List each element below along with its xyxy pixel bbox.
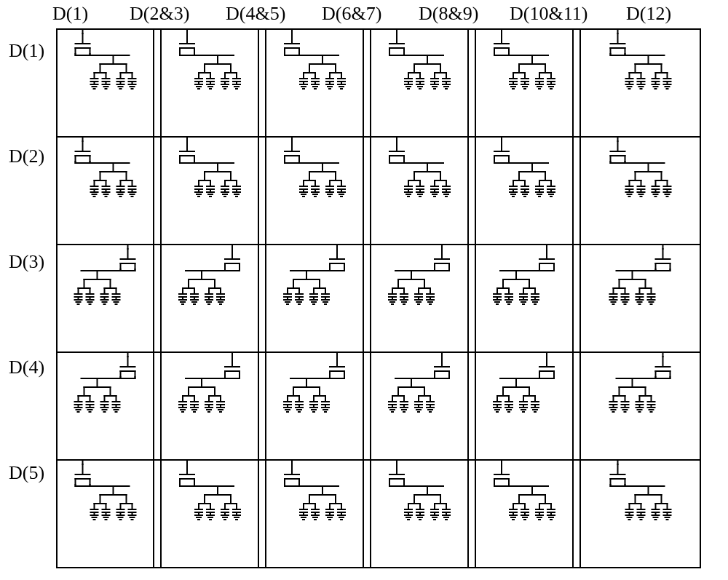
cell-r5-c4 bbox=[389, 464, 450, 520]
cell-r2-c1 bbox=[76, 141, 136, 196]
cell-r3-c4 bbox=[389, 249, 449, 304]
diagram-page: D(1)D(2&3)D(4&5)D(6&7)D(8&9)D(10&11)D(12… bbox=[0, 0, 728, 580]
row-label-4: D(4) bbox=[9, 357, 44, 378]
col-label-7: D(12) bbox=[626, 3, 671, 25]
cell-r5-c6 bbox=[611, 464, 671, 520]
cell-r3-c3 bbox=[284, 249, 344, 304]
cell-r3-c6 bbox=[610, 249, 670, 304]
cell-r4-c6 bbox=[610, 357, 670, 412]
row-label-1: D(1) bbox=[9, 40, 44, 62]
cell-r2-c4 bbox=[389, 141, 450, 196]
cell-r3-c1 bbox=[75, 249, 135, 304]
col-label-4: D(6&7) bbox=[322, 3, 381, 25]
cell-r2-c5 bbox=[494, 141, 555, 196]
cell-r2-c3 bbox=[285, 141, 345, 196]
cell-r1-c4 bbox=[389, 33, 450, 89]
cell-r3-c2 bbox=[179, 249, 240, 304]
diagram-svg bbox=[0, 0, 728, 580]
row-label-3: D(3) bbox=[9, 251, 44, 273]
row-label-2: D(2) bbox=[9, 146, 44, 167]
col-label-3: D(4&5) bbox=[226, 3, 285, 25]
cell-r4-c1 bbox=[75, 357, 135, 412]
cell-r5-c2 bbox=[180, 464, 240, 520]
col-label-1: D(1) bbox=[52, 3, 88, 25]
cell-r2-c6 bbox=[611, 141, 671, 196]
cell-r1-c6 bbox=[611, 33, 671, 89]
col-label-2: D(2&3) bbox=[130, 3, 189, 25]
cell-r1-c3 bbox=[285, 33, 345, 89]
cell-r5-c1 bbox=[76, 464, 136, 520]
cell-r3-c5 bbox=[494, 249, 554, 304]
cell-r1-c5 bbox=[494, 33, 555, 89]
col-label-6: D(10&11) bbox=[510, 3, 587, 25]
cell-r5-c3 bbox=[285, 464, 345, 520]
cell-r4-c2 bbox=[179, 357, 240, 412]
cell-r1-c2 bbox=[180, 33, 240, 89]
cell-r4-c5 bbox=[494, 357, 554, 412]
cell-r2-c2 bbox=[180, 141, 240, 196]
row-label-5: D(5) bbox=[9, 462, 44, 484]
col-label-5: D(8&9) bbox=[419, 3, 478, 25]
cell-r4-c3 bbox=[284, 357, 344, 412]
cell-r5-c5 bbox=[494, 464, 555, 520]
cell-r1-c1 bbox=[76, 33, 136, 89]
cell-r4-c4 bbox=[389, 357, 449, 412]
